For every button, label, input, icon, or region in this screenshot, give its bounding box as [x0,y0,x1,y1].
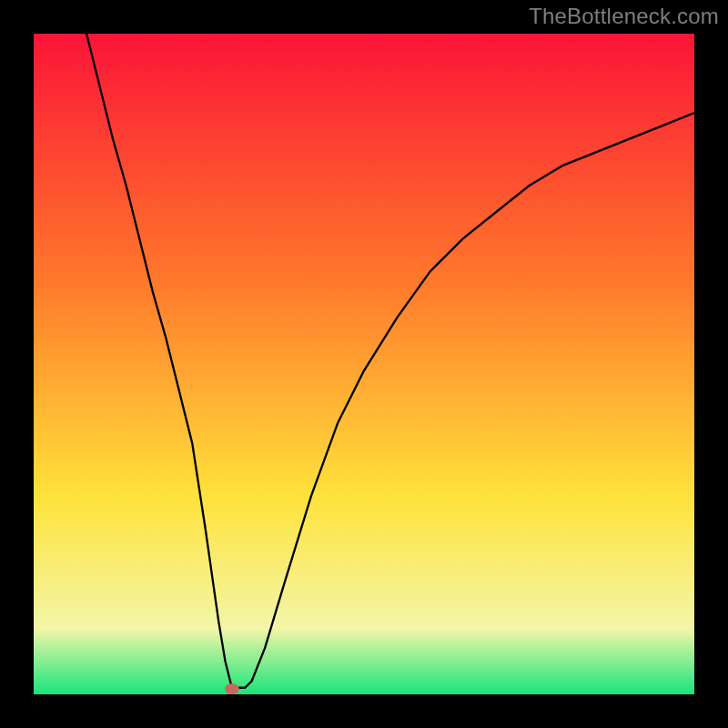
plot-area [34,34,694,694]
chart-frame: TheBottleneck.com [0,0,728,728]
watermark-text: TheBottleneck.com [529,4,719,29]
gradient-background [34,34,694,694]
min-marker [225,683,239,694]
